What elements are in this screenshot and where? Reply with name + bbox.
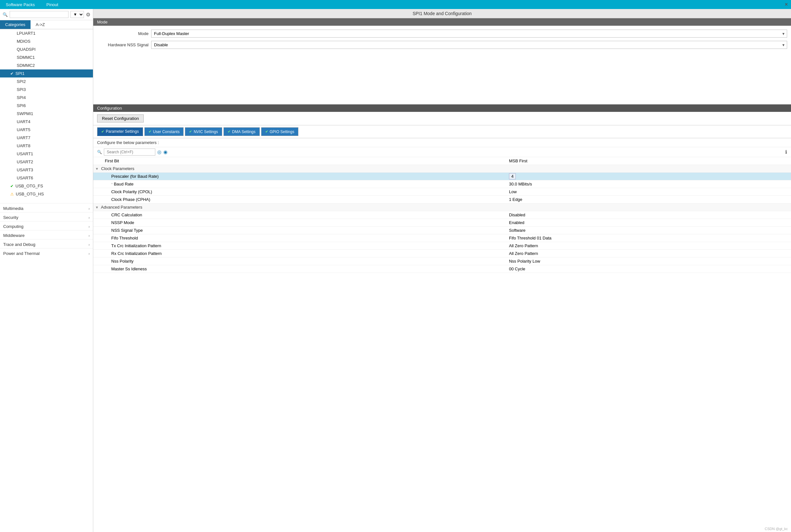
sidebar-search-input[interactable] bbox=[10, 11, 69, 18]
params-search-input[interactable] bbox=[104, 149, 155, 156]
tab-software-packs[interactable]: Software Packs bbox=[3, 2, 37, 7]
sidebar-section-computing[interactable]: Computing › bbox=[0, 221, 93, 230]
table-row: Master Ss Idleness 00 Cycle bbox=[93, 265, 791, 273]
param-label: NSS Signal Type bbox=[93, 227, 505, 234]
watermark: CSDN @gt_kc bbox=[765, 527, 788, 531]
param-value: Nss Polarity Low bbox=[505, 258, 791, 265]
tab-dma-settings[interactable]: ✔ DMA Settings bbox=[224, 127, 260, 136]
tab-parameter-settings[interactable]: ✔ Parameter Settings bbox=[97, 127, 143, 136]
section-header-label[interactable]: ▼ Clock Parameters bbox=[93, 165, 791, 173]
settings-gear-icon[interactable]: ⚙ bbox=[86, 12, 90, 18]
param-label: Prescaler (for Baud Rate) bbox=[93, 173, 505, 180]
sidebar-section-middleware[interactable]: Middleware › bbox=[0, 230, 93, 239]
check-icon: ✔ bbox=[10, 184, 14, 188]
sidebar-item-uart5[interactable]: UART5 bbox=[0, 126, 93, 134]
param-label: Nss Polarity bbox=[93, 258, 505, 265]
tab-check-icon: ✔ bbox=[101, 130, 104, 134]
params-search-bar: 🔍 ◎ ◉ ℹ bbox=[93, 147, 791, 157]
param-value: All Zero Pattern bbox=[505, 242, 791, 250]
sidebar-item-uart7[interactable]: UART7 bbox=[0, 134, 93, 142]
sidebar-item-spi4[interactable]: SPI4 bbox=[0, 94, 93, 101]
param-label: Rx Crc Initialization Pattern bbox=[93, 250, 505, 258]
sidebar-item-quadspi[interactable]: QUADSPI bbox=[0, 45, 93, 53]
sidebar-section-power[interactable]: Power and Thermal › bbox=[0, 248, 93, 257]
advanced-params-header[interactable]: ▼ Advanced Parameters bbox=[93, 204, 791, 211]
table-row: NSS Signal Type Software bbox=[93, 227, 791, 234]
sidebar-item-sdmmc1[interactable]: SDMMC1 bbox=[0, 53, 93, 61]
sidebar-item-uart4[interactable]: UART4 bbox=[0, 118, 93, 126]
config-tabs: ✔ Parameter Settings ✔ User Constants ✔ … bbox=[93, 125, 791, 138]
top-bar: Software Packs Pinout × bbox=[0, 0, 791, 9]
table-row: Fifo Threshold Fifo Threshold 01 Data bbox=[93, 234, 791, 242]
sidebar-item-spi6[interactable]: SPI6 bbox=[0, 101, 93, 110]
tab-nvic-settings[interactable]: ✔ NVIC Settings bbox=[185, 127, 222, 136]
close-button[interactable]: × bbox=[785, 2, 788, 7]
table-row: Rx Crc Initialization Pattern All Zero P… bbox=[93, 250, 791, 258]
sidebar-item-spi3[interactable]: SPI3 bbox=[0, 86, 93, 94]
content-area: SPI1 Mode and Configuration Mode Mode Fu… bbox=[93, 9, 791, 532]
param-value: All Zero Pattern bbox=[505, 250, 791, 258]
table-row: CRC Calculation Disabled bbox=[93, 211, 791, 219]
sidebar-item-mdios[interactable]: MDIOS bbox=[0, 37, 93, 45]
param-label: Master Ss Idleness bbox=[93, 265, 505, 273]
reset-configuration-button[interactable]: Reset Configuration bbox=[97, 114, 144, 122]
sidebar-item-swpmi1[interactable]: SWPMI1 bbox=[0, 110, 93, 118]
mode-select-wrapper: Full-Duplex Master Full-Duplex Slave Hal… bbox=[151, 30, 787, 38]
search-icon: 🔍 bbox=[3, 12, 8, 17]
sidebar-item-usb-otg-hs[interactable]: ⚠USB_OTG_HS bbox=[0, 190, 93, 198]
expand-all-icon[interactable]: ◉ bbox=[163, 149, 168, 155]
sidebar-item-spi1[interactable]: ✔SPI1 bbox=[0, 70, 93, 77]
table-row: First Bit MSB First bbox=[93, 157, 791, 165]
mode-spacer bbox=[97, 52, 787, 100]
sidebar-item-usart1[interactable]: USART1 bbox=[0, 150, 93, 158]
tab-pinout[interactable]: Pinout bbox=[44, 2, 61, 7]
param-value: Enabled bbox=[505, 219, 791, 227]
param-value: 1 Edge bbox=[505, 196, 791, 204]
tab-check-icon: ✔ bbox=[228, 130, 230, 134]
chevron-right-icon: › bbox=[89, 207, 90, 211]
chevron-down-icon: ▼ bbox=[95, 167, 99, 171]
nss-row: Hardware NSS Signal Disable Hardware NSS… bbox=[97, 41, 787, 49]
parameters-table: First Bit MSB First ▼ Clock Parameters P… bbox=[93, 157, 791, 273]
tab-label: NVIC Settings bbox=[193, 130, 218, 134]
param-value: Software bbox=[505, 227, 791, 234]
table-row: ▼ Clock Parameters bbox=[93, 165, 791, 173]
tab-gpio-settings[interactable]: ✔ GPIO Settings bbox=[261, 127, 299, 136]
top-bar-tabs: Software Packs Pinout bbox=[3, 2, 61, 7]
param-label: Fifo Threshold bbox=[93, 234, 505, 242]
nss-select-wrapper: Disable Hardware NSS Input Signal Hardwa… bbox=[151, 41, 787, 49]
warn-icon: ⚠ bbox=[10, 192, 14, 196]
sidebar-item-lpuart1[interactable]: LPUART1 bbox=[0, 29, 93, 37]
sidebar-item-usart2[interactable]: USART2 bbox=[0, 158, 93, 166]
mode-select[interactable]: Full-Duplex Master Full-Duplex Slave Hal… bbox=[151, 30, 787, 38]
table-row: Prescaler (for Baud Rate) 4 bbox=[93, 173, 791, 180]
tab-user-constants[interactable]: ✔ User Constants bbox=[144, 127, 184, 136]
table-row: Tx Crc Initialization Pattern All Zero P… bbox=[93, 242, 791, 250]
parameters-panel: Configure the below parameters : 🔍 ◎ ◉ ℹ… bbox=[93, 138, 791, 532]
collapse-all-icon[interactable]: ◎ bbox=[157, 149, 162, 155]
sidebar-section-security[interactable]: Security › bbox=[0, 212, 93, 221]
table-row: Clock Phase (CPHA) 1 Edge bbox=[93, 196, 791, 204]
param-label: NSSP Mode bbox=[93, 219, 505, 227]
sidebar-item-sdmmc2[interactable]: SDMMC2 bbox=[0, 61, 93, 70]
sidebar-item-usart6[interactable]: USART6 bbox=[0, 174, 93, 182]
sidebar-item-usart3[interactable]: USART3 bbox=[0, 166, 93, 174]
nss-select[interactable]: Disable Hardware NSS Input Signal Hardwa… bbox=[151, 41, 787, 49]
sidebar-section-trace[interactable]: Trace and Debug › bbox=[0, 239, 93, 248]
param-label: Clock Polarity (CPOL) bbox=[93, 188, 505, 196]
sidebar-item-spi2[interactable]: SPI2 bbox=[0, 77, 93, 86]
check-icon: ✔ bbox=[10, 71, 14, 76]
mode-row: Mode Full-Duplex Master Full-Duplex Slav… bbox=[97, 30, 787, 38]
sidebar-search-dropdown[interactable]: ▼ bbox=[71, 11, 84, 18]
param-value: Fifo Threshold 01 Data bbox=[505, 234, 791, 242]
info-icon[interactable]: ℹ bbox=[785, 149, 787, 155]
tab-a-to-z[interactable]: A->Z bbox=[31, 20, 50, 29]
chevron-right-icon: › bbox=[89, 252, 90, 255]
sidebar-item-uart8[interactable]: UART8 bbox=[0, 142, 93, 150]
tab-categories[interactable]: Categories bbox=[0, 20, 31, 29]
sidebar: 🔍 ▼ ⚙ Categories A->Z LPUART1 MDIOS QUAD… bbox=[0, 9, 93, 532]
sidebar-section-multimedia[interactable]: Multimedia › bbox=[0, 203, 93, 212]
chevron-down-icon: ▼ bbox=[95, 205, 99, 209]
sidebar-item-usb-otg-fs[interactable]: ✔USB_OTG_FS bbox=[0, 182, 93, 190]
param-value[interactable]: 4 bbox=[505, 173, 791, 180]
